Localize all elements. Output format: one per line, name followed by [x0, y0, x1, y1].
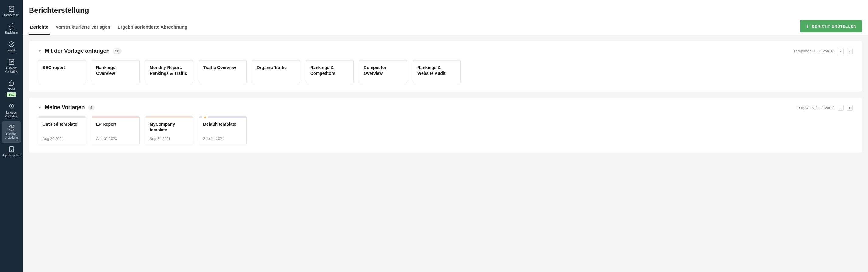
section-title: Mit der Vorlage anfangen: [45, 48, 110, 54]
template-card[interactable]: ★ Default template Sep-21 2021: [198, 116, 247, 144]
template-card[interactable]: Traffic Overview: [198, 60, 247, 83]
svg-line-2: [12, 9, 12, 10]
plus-icon: +: [806, 23, 809, 29]
section-title-group: ▼ Meine Vorlagen 4: [38, 104, 95, 111]
section-title: Meine Vorlagen: [45, 104, 85, 111]
pie-chart-icon: [8, 124, 15, 131]
sidebar-label: Backlinks: [5, 31, 18, 35]
sidebar-item-content-marketing[interactable]: Content Marketing: [0, 55, 23, 77]
sidebar-label: Agenturpaket: [2, 154, 21, 157]
chevron-left-icon: ‹: [840, 106, 841, 110]
template-name: Monthly Report: Rankings & Traffic: [150, 65, 189, 77]
map-pin-icon: [8, 103, 15, 110]
template-card[interactable]: Competitor Overview: [359, 60, 407, 83]
sidebar-item-berichterstellung[interactable]: Bericht-erstellung: [2, 121, 21, 143]
svg-rect-13: [11, 150, 12, 152]
tab-vorstrukturierte-vorlagen[interactable]: Vorstrukturierte Vorlagen: [55, 20, 112, 35]
svg-point-1: [10, 8, 12, 9]
sidebar-item-agenturpaket[interactable]: Agenturpaket: [0, 143, 23, 160]
count-badge: 12: [113, 49, 122, 54]
sidebar-item-backlinks[interactable]: Backlinks: [0, 20, 23, 38]
count-badge: 4: [88, 105, 95, 111]
template-date: Sep-24 2021: [150, 137, 189, 141]
tab-ergebnisorientierte-abrechnung[interactable]: Ergebnisorientierte Abrechnung: [117, 20, 189, 35]
sidebar-item-audit[interactable]: Audit: [0, 38, 23, 55]
nav-text: Templates: 1 - 8 von 12: [794, 49, 835, 53]
sidebar-label: Content Marketing: [1, 66, 22, 73]
template-name: Rankings Overview: [96, 65, 135, 77]
prev-button[interactable]: ‹: [838, 105, 844, 111]
chevron-right-icon: ›: [849, 106, 850, 110]
template-card[interactable]: Organic Traffic: [252, 60, 300, 83]
thumbs-up-icon: [8, 80, 15, 86]
template-card[interactable]: Rankings & Website Audit: [413, 60, 461, 83]
template-card[interactable]: Monthly Report: Rankings & Traffic: [145, 60, 193, 83]
template-card[interactable]: Rankings & Competitors: [306, 60, 354, 83]
main-content: Berichterstellung Berichte Vorstrukturie…: [23, 0, 868, 272]
collapse-icon[interactable]: ▼: [38, 105, 42, 110]
content-area: ▼ Mit der Vorlage anfangen 12 Templates:…: [23, 35, 868, 272]
collapse-icon[interactable]: ▼: [38, 49, 42, 53]
sidebar-label: Recherche: [4, 13, 19, 17]
sidebar-label: Lokales Marketing: [1, 111, 22, 118]
tabs: Berichte Vorstrukturierte Vorlagen Ergeb…: [29, 20, 189, 35]
template-name: LP Report: [96, 121, 135, 127]
template-cards-row: Untitled template Aug-20 2024 LP Report …: [38, 116, 853, 144]
template-date: Aug-02 2023: [96, 137, 135, 141]
section-nav: Templates: 1 - 4 von 4 ‹ ›: [796, 105, 853, 111]
create-report-button[interactable]: + BERICHT ERSTELLEN: [800, 20, 862, 32]
section-title-group: ▼ Mit der Vorlage anfangen 12: [38, 48, 122, 54]
section-header: ▼ Meine Vorlagen 4 Templates: 1 - 4 von …: [38, 104, 853, 111]
template-card[interactable]: SEO report: [38, 60, 86, 83]
tabs-row: Berichte Vorstrukturierte Vorlagen Ergeb…: [23, 20, 868, 35]
section-my-templates: ▼ Meine Vorlagen 4 Templates: 1 - 4 von …: [29, 98, 862, 153]
link-icon: [8, 23, 15, 30]
section-start-with-template: ▼ Mit der Vorlage anfangen 12 Templates:…: [29, 41, 862, 92]
template-name: Default template: [203, 121, 242, 127]
create-report-label: BERICHT ERSTELLEN: [812, 24, 857, 29]
template-name: Organic Traffic: [257, 65, 296, 70]
svg-rect-6: [9, 147, 13, 152]
sidebar-item-lokales-marketing[interactable]: Lokales Marketing: [0, 100, 23, 121]
sidebar-item-recherche[interactable]: Recherche: [0, 2, 23, 20]
search-page-icon: [8, 5, 15, 12]
template-name: Untitled template: [42, 121, 82, 127]
template-card[interactable]: Untitled template Aug-20 2024: [38, 116, 86, 144]
sidebar: Recherche Backlinks Audit Content Market…: [0, 0, 23, 272]
next-button[interactable]: ›: [847, 48, 853, 54]
template-card[interactable]: MyCompany template Sep-24 2021: [145, 116, 193, 144]
section-header: ▼ Mit der Vorlage anfangen 12 Templates:…: [38, 48, 853, 54]
nav-text: Templates: 1 - 4 von 4: [796, 105, 835, 110]
prev-button[interactable]: ‹: [838, 48, 844, 54]
template-name: Rankings & Competitors: [310, 65, 349, 77]
building-icon: [8, 146, 15, 152]
star-icon: ★: [202, 114, 208, 120]
sidebar-label: SMM: [8, 88, 15, 91]
template-card[interactable]: Rankings Overview: [92, 60, 140, 83]
chevron-left-icon: ‹: [840, 49, 841, 53]
page-header: Berichterstellung Berichte Vorstrukturie…: [23, 0, 868, 35]
template-date: Sep-21 2021: [203, 137, 242, 141]
template-card[interactable]: LP Report Aug-02 2023: [92, 116, 140, 144]
edit-page-icon: [8, 58, 15, 65]
template-name: Competitor Overview: [364, 65, 403, 77]
sidebar-label: Audit: [8, 49, 15, 52]
template-name: MyCompany template: [150, 121, 189, 133]
sidebar-item-smm[interactable]: SMM Beta: [0, 77, 23, 100]
sidebar-label: Bericht-erstellung: [2, 132, 21, 140]
template-name: Rankings & Website Audit: [417, 65, 456, 77]
section-nav: Templates: 1 - 8 von 12 ‹ ›: [794, 48, 853, 54]
svg-point-3: [9, 42, 14, 47]
template-name: SEO report: [42, 65, 82, 70]
template-name: Traffic Overview: [203, 65, 242, 70]
template-cards-row: SEO report Rankings Overview Monthly Rep…: [38, 60, 853, 83]
next-button[interactable]: ›: [847, 105, 853, 111]
page-title: Berichterstellung: [23, 6, 868, 20]
tab-berichte[interactable]: Berichte: [29, 20, 50, 35]
chevron-right-icon: ›: [849, 49, 850, 53]
template-date: Aug-20 2024: [42, 137, 82, 141]
svg-point-5: [11, 105, 12, 107]
svg-rect-0: [9, 6, 14, 11]
beta-badge: Beta: [7, 92, 17, 97]
check-circle-icon: [8, 41, 15, 48]
